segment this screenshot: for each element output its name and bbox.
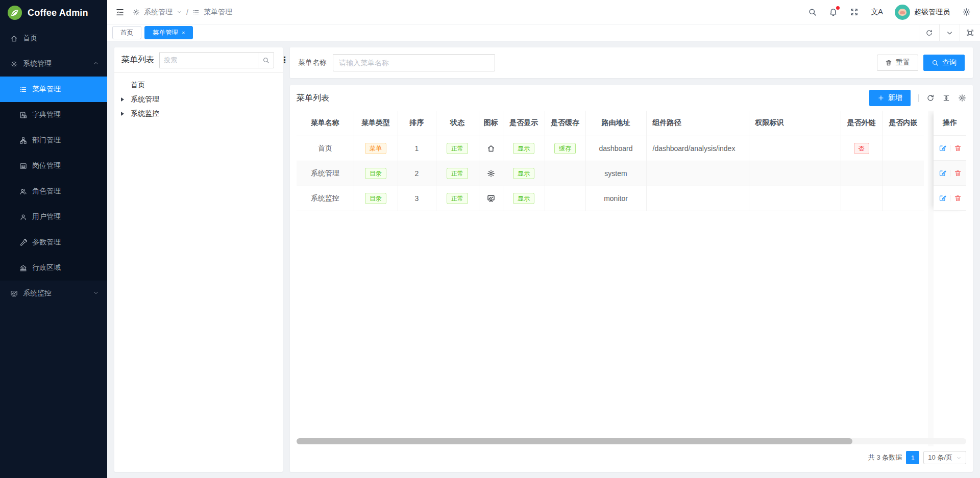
sidebar-item-param-manage[interactable]: 参数管理 <box>0 230 107 255</box>
page-size-select[interactable]: 10 条/页 <box>923 451 966 464</box>
delete-trash-icon[interactable] <box>954 144 962 152</box>
role-icon <box>19 188 27 195</box>
sidebar-item-label: 系统管理 <box>23 59 52 68</box>
sidebar-item-role-manage[interactable]: 角色管理 <box>0 179 107 204</box>
more-options-icon[interactable]: ⋮ <box>279 55 290 65</box>
page-1-button[interactable]: 1 <box>906 451 919 464</box>
visible-tag: 显示 <box>513 193 534 204</box>
sidebar-item-system[interactable]: 系统管理 <box>0 51 107 77</box>
list-icon <box>192 9 200 16</box>
chevron-down-icon <box>93 289 99 297</box>
leaf-logo-icon <box>7 5 22 20</box>
user-menu[interactable]: 超级管理员 <box>895 5 950 20</box>
horizontal-scrollbar-thumb[interactable] <box>297 438 852 444</box>
sidebar-item-label: 岗位管理 <box>32 161 61 170</box>
tab-options-button[interactable] <box>939 24 960 41</box>
table-empty-space <box>297 211 966 439</box>
wrench-icon <box>19 239 27 246</box>
tree-panel-header: 菜单列表 ⋮ <box>114 47 283 73</box>
visible-tag: 显示 <box>513 143 534 154</box>
cell-order: 1 <box>398 136 436 161</box>
tree-node-system[interactable]: 系统管理 <box>114 92 283 107</box>
caret-right-icon[interactable] <box>121 97 124 102</box>
app-title: Coffee Admin <box>28 8 88 18</box>
edit-icon[interactable] <box>939 169 946 177</box>
breadcrumb-separator: / <box>186 8 188 16</box>
fullscreen-icon[interactable] <box>850 8 859 16</box>
sidebar-item-dict-manage[interactable]: 字典管理 <box>0 102 107 128</box>
sidebar-item-menu-manage[interactable]: 菜单管理 <box>0 77 107 102</box>
settings-gear-icon[interactable] <box>962 8 971 16</box>
tab-home[interactable]: 首页 <box>112 26 141 39</box>
refresh-table-icon[interactable] <box>926 94 935 102</box>
notification-dot <box>836 6 840 10</box>
trash-icon <box>885 59 892 66</box>
table-card-header: 菜单列表 新增 <box>297 85 966 111</box>
home-icon <box>487 144 495 153</box>
sidebar-item-label: 角色管理 <box>32 187 61 196</box>
content-fullscreen-button[interactable] <box>960 24 980 41</box>
edit-icon[interactable] <box>939 194 946 202</box>
col-header: 图标 <box>479 111 503 136</box>
topbar-actions: 文A 超级管理员 <box>808 5 971 20</box>
breadcrumb-item-first[interactable]: 系统管理 <box>144 8 173 17</box>
reset-button[interactable]: 重置 <box>877 55 918 71</box>
topbar: 系统管理 / 菜单管理 文A 超级管理员 <box>107 0 980 24</box>
table-row[interactable]: 首页 菜单 1 正常 显示 缓存 dashboard /dashboard/an… <box>297 136 924 161</box>
tree-node-monitor[interactable]: 系统监控 <box>114 107 283 121</box>
sidebar-item-label: 系统监控 <box>23 289 52 298</box>
menu-name-input[interactable] <box>333 54 495 71</box>
chevron-down-icon[interactable] <box>177 8 182 16</box>
chevron-down-icon <box>946 29 953 37</box>
column-settings-gear-icon[interactable] <box>958 94 966 102</box>
col-header: 路由地址 <box>585 111 646 136</box>
col-header: 权限标识 <box>749 111 841 136</box>
close-icon[interactable]: × <box>182 30 185 36</box>
sidebar-menu: 首页 系统管理 菜单管理 字典管理 部门管理 <box>0 26 107 306</box>
home-icon <box>10 35 18 42</box>
delete-trash-icon[interactable] <box>954 169 962 177</box>
tab-menu-manage[interactable]: 菜单管理 × <box>144 26 193 39</box>
caret-right-icon[interactable] <box>121 112 124 116</box>
avatar[interactable] <box>895 5 910 20</box>
cell-route: monitor <box>585 186 646 211</box>
menu-fold-icon[interactable] <box>115 8 125 17</box>
notification-bell-icon[interactable] <box>829 8 838 16</box>
edit-icon[interactable] <box>939 144 946 152</box>
delete-trash-icon[interactable] <box>954 194 962 202</box>
sidebar-item-dept-manage[interactable]: 部门管理 <box>0 128 107 153</box>
tree-search-button[interactable] <box>258 52 274 68</box>
operation-divider <box>950 195 950 202</box>
page-content: 菜单列表 ⋮ 首页 系统管理 <box>107 41 980 478</box>
refresh-page-button[interactable] <box>919 24 939 41</box>
sidebar-item-home[interactable]: 首页 <box>0 26 107 51</box>
query-button[interactable]: 查询 <box>923 55 965 71</box>
add-button[interactable]: 新增 <box>869 90 911 106</box>
translate-icon[interactable]: 文A <box>871 7 883 17</box>
sidebar-item-monitor[interactable]: 系统监控 <box>0 281 107 306</box>
table-row[interactable]: 系统监控 目录 3 正常 显示 monitor <box>297 186 924 211</box>
app-logo[interactable]: Coffee Admin <box>0 0 107 26</box>
right-column: 菜单名称 重置 查询 菜单列表 <box>290 47 973 472</box>
page-size-value: 10 条/页 <box>928 453 952 462</box>
main-area: 系统管理 / 菜单管理 文A 超级管理员 首页 <box>107 0 980 478</box>
operation-cell <box>934 136 966 161</box>
operation-cell <box>934 161 966 186</box>
tree-node-home[interactable]: 首页 <box>114 78 283 92</box>
search-icon[interactable] <box>808 8 817 16</box>
cell-cache <box>545 186 585 211</box>
sidebar-item-post-manage[interactable]: 岗位管理 <box>0 153 107 179</box>
sidebar-item-label: 菜单管理 <box>32 85 61 94</box>
sidebar-item-label: 参数管理 <box>32 238 61 247</box>
tree-search-input[interactable] <box>159 52 258 68</box>
cell-route: dashboard <box>585 136 646 161</box>
sidebar-item-user-manage[interactable]: 用户管理 <box>0 204 107 230</box>
table-row[interactable]: 系统管理 目录 2 正常 显示 system <box>297 161 924 186</box>
tree-search <box>159 52 274 68</box>
user-icon <box>19 213 27 221</box>
refresh-icon <box>925 29 933 37</box>
cell-embedded <box>882 161 924 186</box>
sidebar-item-region-manage[interactable]: 行政区域 <box>0 255 107 281</box>
row-height-icon[interactable] <box>942 94 950 102</box>
sidebar-item-label: 部门管理 <box>32 136 61 145</box>
